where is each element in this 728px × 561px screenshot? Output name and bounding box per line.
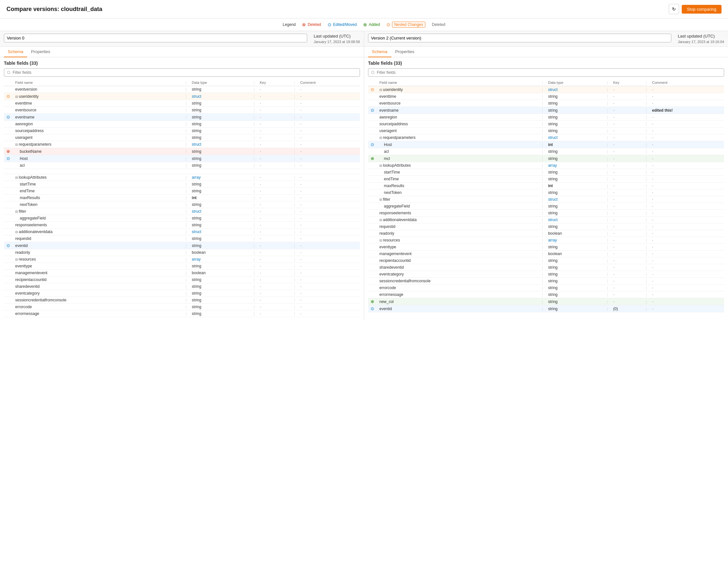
deleted-icon: ⊗ <box>302 22 306 27</box>
key-cell: - <box>260 182 261 186</box>
expand-icon[interactable]: ⊟ <box>379 218 382 222</box>
key-cell: - <box>260 202 261 207</box>
table-row: eventtime | string | - | - <box>368 93 724 100</box>
indicator-cell: ⊙ <box>368 141 377 148</box>
comment-cell: - <box>652 211 653 215</box>
stop-comparing-button[interactable]: Stop comparing <box>682 5 722 14</box>
type-cell-wrap: string <box>545 210 604 217</box>
comment-cell: - <box>652 265 653 270</box>
nested-row-icon: ⊙ <box>6 94 10 99</box>
comment-cell: - <box>300 87 301 92</box>
comment-cell: - <box>652 197 653 202</box>
key-cell: - <box>260 298 261 302</box>
comment-cell: - <box>300 108 301 112</box>
type-cell: struct <box>192 94 201 99</box>
edited-row-icon: ⊙ <box>6 115 10 119</box>
left-version-select[interactable]: Version 0 <box>4 34 307 42</box>
left-col-key-header: Key <box>257 79 292 86</box>
key-cell: - <box>613 224 614 229</box>
type-cell: struct <box>192 209 201 214</box>
indicator-cell <box>4 283 13 290</box>
expand-icon[interactable]: ⊟ <box>15 230 18 234</box>
right-filter-input[interactable] <box>368 68 724 77</box>
type-cell-wrap: string <box>545 100 604 107</box>
right-tab-properties[interactable]: Properties <box>391 47 418 57</box>
type-cell-wrap: string <box>545 107 604 114</box>
indicator-cell <box>368 237 377 244</box>
page-title: Compare versions: cloudtrail_data <box>6 6 102 13</box>
type-cell: string <box>548 101 557 106</box>
name-cell: useragent <box>377 128 539 134</box>
indicator-cell <box>368 278 377 285</box>
key-cell: - <box>613 87 614 92</box>
table-row: eventcategory | string | - | - <box>4 290 360 297</box>
key-cell: - <box>260 87 261 92</box>
indicator-cell <box>368 285 377 291</box>
comment-cell: - <box>652 129 653 133</box>
name-cell: aggregateField <box>377 203 539 210</box>
indicator-cell <box>368 210 377 217</box>
comment-cell: - <box>300 291 301 296</box>
refresh-button[interactable]: ↻ <box>669 4 679 14</box>
indicator-cell <box>4 276 13 283</box>
comment-cell: - <box>652 163 653 168</box>
table-row: readonly | boolean | - | - <box>4 249 360 256</box>
expand-icon[interactable]: ⊟ <box>15 143 18 146</box>
table-row: ⊗ bucketName | string | - | - <box>4 148 360 155</box>
type-cell: string <box>192 277 201 282</box>
nested-label: Nested Changes <box>392 22 425 28</box>
key-cell: - <box>260 94 261 99</box>
type-cell-wrap: int <box>545 141 604 148</box>
table-row: managementevent | boolean | - | - <box>368 251 724 257</box>
indicator-cell <box>368 162 377 169</box>
indicator-cell: ⊙ <box>4 242 13 249</box>
expand-icon[interactable]: ⊟ <box>379 136 382 140</box>
indicator-cell <box>4 100 13 107</box>
name-cell: ⊟lookupAttributes <box>13 174 183 181</box>
left-col-type-header: Data type <box>189 79 251 86</box>
left-filter-input[interactable] <box>4 68 360 77</box>
expand-icon[interactable]: ⊟ <box>15 176 18 179</box>
table-row: responseelements | string | - | - <box>4 222 360 229</box>
expand-icon[interactable]: ⊟ <box>379 239 382 242</box>
table-row: startTime | string | - | - <box>368 169 724 176</box>
expand-icon[interactable]: ⊟ <box>379 164 382 167</box>
key-cell: - <box>613 129 614 133</box>
key-cell: - <box>260 264 261 268</box>
table-row: ⊙ eventid | string | - | - <box>4 242 360 249</box>
type-cell: string <box>548 307 557 311</box>
type-cell-wrap: string <box>545 291 604 298</box>
table-row: ⊙ eventid | string | (0) | - <box>368 305 724 312</box>
type-cell-wrap: string <box>545 148 604 155</box>
comment-cell: - <box>300 250 301 255</box>
right-table-section: Table fields (33) Field name | Data type… <box>364 57 728 316</box>
table-row: eventsource | string | - | - <box>368 100 724 107</box>
indicator-cell <box>4 297 13 304</box>
table-row: aggregateField | string | - | - <box>368 203 724 210</box>
indicator-cell: ⊙ <box>4 155 13 162</box>
header-actions: ↻ Stop comparing <box>669 4 722 14</box>
expand-icon[interactable]: ⊟ <box>15 95 18 98</box>
key-cell: - <box>613 163 614 168</box>
table-row: eventversion | string | - | - <box>4 86 360 93</box>
type-cell: struct <box>192 142 201 147</box>
type-cell-wrap: string <box>189 222 251 229</box>
type-cell: string <box>548 190 557 195</box>
table-row: sessioncredentialfromconsole | string | … <box>368 278 724 285</box>
left-tab-properties[interactable]: Properties <box>27 47 54 57</box>
comment-cell: - <box>652 224 653 229</box>
expand-icon[interactable]: ⊟ <box>15 258 18 261</box>
indicator-cell <box>368 257 377 264</box>
table-row: endTime | string | - | - <box>368 176 724 183</box>
name-cell: errorcode <box>377 285 539 291</box>
expand-icon[interactable]: ⊟ <box>379 88 382 92</box>
right-tab-schema[interactable]: Schema <box>368 47 391 57</box>
expand-icon[interactable]: ⊟ <box>15 210 18 213</box>
table-row: managementevent | boolean | - | - <box>4 270 360 276</box>
key-cell: - <box>613 299 614 304</box>
expand-icon[interactable]: ⊟ <box>379 198 382 201</box>
right-version-select[interactable]: Version 2 (Current version) <box>368 34 671 42</box>
key-cell: - <box>613 211 614 215</box>
left-tab-schema[interactable]: Schema <box>4 47 27 57</box>
comment-cell: - <box>300 264 301 268</box>
